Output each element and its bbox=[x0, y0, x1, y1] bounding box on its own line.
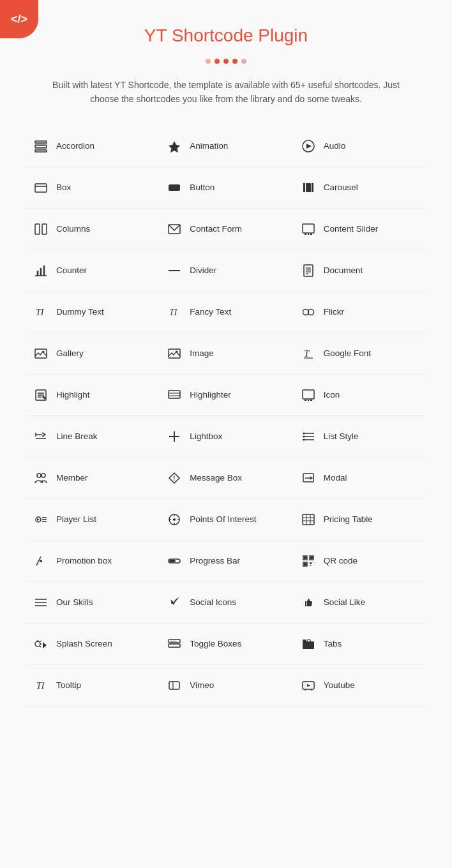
list-item-line-break[interactable]: Line Break bbox=[26, 416, 159, 458]
list-item-contact-form[interactable]: Contact Form bbox=[159, 209, 292, 250]
svg-rect-80 bbox=[303, 514, 314, 525]
carousel-icon bbox=[299, 180, 317, 195]
box-icon bbox=[32, 180, 50, 195]
toggle-boxes-icon bbox=[165, 636, 183, 652]
youtube-label: Youtube bbox=[324, 680, 355, 690]
list-item-counter[interactable]: Counter bbox=[26, 250, 159, 292]
svg-rect-49 bbox=[303, 390, 314, 399]
message-box-label: Message Box bbox=[190, 473, 242, 483]
icon-label: Icon bbox=[324, 390, 340, 400]
list-item-gallery[interactable]: Gallery bbox=[26, 333, 159, 375]
progress-bar-icon bbox=[165, 553, 183, 569]
list-item-list-style[interactable]: List Style bbox=[293, 416, 426, 458]
youtube-icon bbox=[299, 678, 317, 693]
svg-rect-14 bbox=[35, 224, 40, 234]
gallery-label: Gallery bbox=[56, 348, 84, 358]
list-item-our-skills[interactable]: Our Skills bbox=[26, 582, 159, 624]
list-item-social-like[interactable]: Social Like bbox=[293, 582, 426, 624]
google-font-icon: T bbox=[299, 346, 317, 361]
list-item-button[interactable]: Button bbox=[159, 167, 292, 209]
lightbox-label: Lightbox bbox=[190, 431, 222, 441]
image-label: Image bbox=[190, 348, 214, 358]
list-item-message-box[interactable]: !Message Box bbox=[159, 458, 292, 499]
document-label: Document bbox=[324, 266, 363, 275]
svg-point-38 bbox=[176, 350, 178, 352]
content-slider-label: Content Slider bbox=[324, 224, 379, 234]
list-item-animation[interactable]: Animation bbox=[159, 126, 292, 167]
svg-rect-17 bbox=[303, 224, 314, 233]
svg-rect-97 bbox=[310, 565, 312, 566]
svg-marker-104 bbox=[43, 642, 47, 648]
description: Built with latest YT Shortcode, the temp… bbox=[26, 78, 426, 107]
columns-icon bbox=[32, 221, 50, 237]
list-item-icon[interactable]: Icon bbox=[293, 375, 426, 416]
list-item-divider[interactable]: Divider bbox=[159, 250, 292, 292]
list-item-carousel[interactable]: Carousel bbox=[293, 167, 426, 209]
list-item-content-slider[interactable]: Content Slider bbox=[293, 209, 426, 250]
gallery-icon bbox=[32, 346, 50, 361]
list-item-qr-code[interactable]: QR code bbox=[293, 541, 426, 582]
svg-point-64 bbox=[37, 474, 41, 477]
list-item-fancy-text[interactable]: TIFancy Text bbox=[159, 292, 292, 333]
highlighter-icon bbox=[165, 387, 183, 403]
list-item-member[interactable]: Member bbox=[26, 458, 159, 499]
svg-text:TI: TI bbox=[169, 308, 178, 317]
box-label: Box bbox=[56, 183, 71, 192]
animation-icon bbox=[165, 138, 183, 154]
social-icons-label: Social Icons bbox=[190, 597, 236, 607]
svg-rect-0 bbox=[35, 141, 47, 143]
promotion-box-label: Promotion box bbox=[56, 556, 112, 565]
list-item-youtube[interactable]: Youtube bbox=[293, 665, 426, 707]
list-item-highlight[interactable]: Highlight bbox=[26, 375, 159, 416]
social-like-label: Social Like bbox=[324, 597, 365, 607]
pricing-table-icon bbox=[299, 512, 317, 527]
svg-point-63 bbox=[303, 438, 305, 440]
tooltip-label: Tooltip bbox=[56, 680, 81, 690]
audio-icon bbox=[299, 138, 317, 154]
list-item-pricing-table[interactable]: Pricing Table bbox=[293, 499, 426, 541]
message-box-icon: ! bbox=[165, 470, 183, 486]
svg-point-61 bbox=[303, 432, 305, 434]
svg-rect-110 bbox=[307, 640, 310, 642]
tooltip-icon: TI bbox=[32, 678, 50, 693]
dummy-text-icon: TI bbox=[32, 304, 50, 320]
our-skills-icon bbox=[32, 595, 50, 610]
google-font-label: Google Font bbox=[324, 348, 371, 358]
list-style-label: List Style bbox=[324, 431, 359, 441]
list-item-highlighter[interactable]: Highlighter bbox=[159, 375, 292, 416]
highlight-icon bbox=[32, 387, 50, 403]
list-item-audio[interactable]: Audio bbox=[293, 126, 426, 167]
list-item-points-of-interest[interactable]: Points Of Interest bbox=[159, 499, 292, 541]
animation-label: Animation bbox=[190, 141, 228, 151]
audio-label: Audio bbox=[324, 141, 346, 151]
list-item-google-font[interactable]: TGoogle Font bbox=[293, 333, 426, 375]
list-item-player-list[interactable]: Player List bbox=[26, 499, 159, 541]
list-item-toggle-boxes[interactable]: Toggle Boxes bbox=[159, 624, 292, 665]
list-item-modal[interactable]: Modal bbox=[293, 458, 426, 499]
list-item-vimeo[interactable]: Vimeo bbox=[159, 665, 292, 707]
svg-text:TI: TI bbox=[36, 681, 45, 691]
list-item-document[interactable]: Document bbox=[293, 250, 426, 292]
list-item-tabs[interactable]: Tabs bbox=[293, 624, 426, 665]
svg-rect-90 bbox=[304, 557, 306, 559]
pricing-table-label: Pricing Table bbox=[324, 514, 373, 524]
list-item-splash-screen[interactable]: Splash Screen bbox=[26, 624, 159, 665]
list-item-social-icons[interactable]: Social Icons bbox=[159, 582, 292, 624]
list-item-box[interactable]: Box bbox=[26, 167, 159, 209]
list-item-columns[interactable]: Columns bbox=[26, 209, 159, 250]
list-item-promotion-box[interactable]: Promotion box bbox=[26, 541, 159, 582]
svg-point-36 bbox=[43, 350, 45, 352]
list-item-tooltip[interactable]: TITooltip bbox=[26, 665, 159, 707]
button-icon bbox=[165, 180, 183, 195]
list-item-dummy-text[interactable]: TIDummy Text bbox=[26, 292, 159, 333]
list-item-lightbox[interactable]: Lightbox bbox=[159, 416, 292, 458]
list-item-flickr[interactable]: Flickr bbox=[293, 292, 426, 333]
svg-text:!: ! bbox=[173, 475, 175, 482]
flickr-label: Flickr bbox=[324, 307, 344, 317]
document-icon bbox=[299, 263, 317, 278]
list-item-image[interactable]: Image bbox=[159, 333, 292, 375]
svg-rect-106 bbox=[169, 644, 180, 647]
list-item-progress-bar[interactable]: Progress Bar bbox=[159, 541, 292, 582]
list-item-accordion[interactable]: Accordion bbox=[26, 126, 159, 167]
member-icon bbox=[32, 470, 50, 486]
